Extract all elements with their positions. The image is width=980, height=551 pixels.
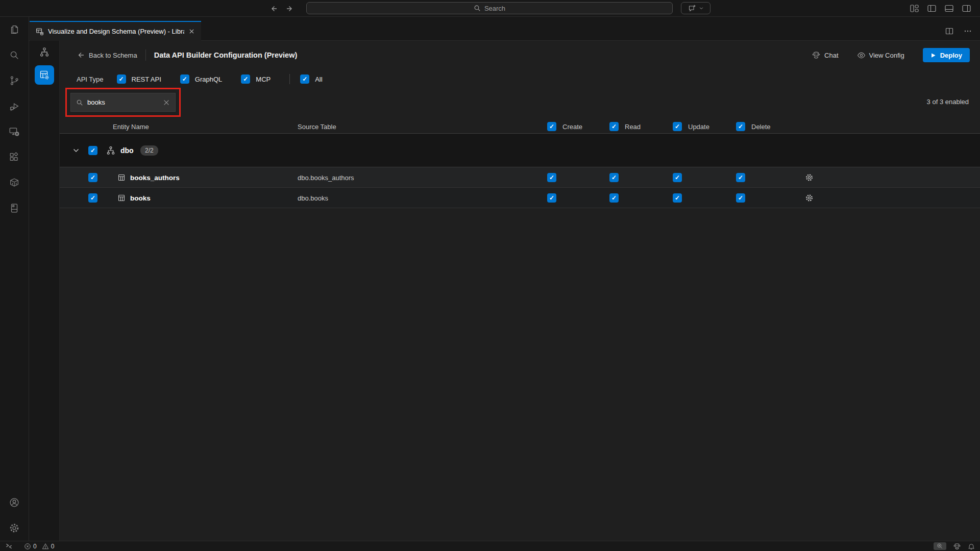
col-create: Create bbox=[562, 123, 582, 131]
editor-tab-strip: Visualize and Design Schema (Preview) - … bbox=[29, 17, 980, 41]
forward-arrow-icon[interactable] bbox=[286, 5, 294, 13]
chat-label: Chat bbox=[824, 52, 838, 59]
toggle-panel-icon[interactable] bbox=[945, 5, 953, 12]
copilot-icon bbox=[812, 51, 821, 60]
back-arrow-icon[interactable] bbox=[270, 5, 278, 13]
col-delete: Delete bbox=[751, 123, 771, 131]
delete-checkbox[interactable] bbox=[736, 193, 745, 203]
split-editor-icon[interactable] bbox=[945, 27, 953, 35]
col-source-table: Source Table bbox=[298, 123, 336, 131]
graphql-label: GraphQL bbox=[195, 76, 222, 83]
database-icon[interactable] bbox=[0, 195, 29, 221]
notifications-bell-icon[interactable] bbox=[968, 543, 975, 550]
mcp-checkbox[interactable] bbox=[241, 74, 250, 84]
row-checkbox[interactable] bbox=[88, 173, 97, 182]
entities-table: Entity Name Source Table Create Read Upd… bbox=[60, 120, 980, 208]
enabled-summary: 3 of 3 enabled bbox=[927, 98, 969, 106]
update-all-checkbox[interactable] bbox=[673, 122, 682, 131]
command-center-search[interactable]: Search bbox=[306, 2, 673, 14]
chat-button[interactable]: Chat bbox=[812, 51, 838, 60]
col-update: Update bbox=[688, 123, 709, 131]
delete-checkbox[interactable] bbox=[736, 173, 745, 182]
update-checkbox[interactable] bbox=[673, 173, 682, 182]
warning-count: 0 bbox=[51, 543, 55, 550]
collapse-chevron-icon[interactable] bbox=[72, 146, 80, 155]
search-zone: 3 of 3 enabled bbox=[60, 89, 980, 120]
source-control-icon[interactable] bbox=[0, 68, 29, 93]
remote-indicator-icon[interactable] bbox=[5, 542, 13, 550]
filter-graphql[interactable]: GraphQL bbox=[180, 74, 222, 84]
schema-view-button[interactable] bbox=[29, 41, 60, 63]
tab-visualize-design-schema[interactable]: Visualize and Design Schema (Preview) - … bbox=[30, 21, 201, 41]
error-count: 0 bbox=[33, 543, 37, 550]
close-icon[interactable] bbox=[188, 28, 195, 35]
problems-indicator[interactable]: 0 0 bbox=[24, 543, 54, 550]
create-checkbox[interactable] bbox=[547, 173, 556, 182]
explorer-icon[interactable] bbox=[0, 17, 29, 42]
toggle-secondary-sidebar-icon[interactable] bbox=[962, 5, 971, 12]
filter-rest-api[interactable]: REST API bbox=[117, 74, 161, 84]
dab-config-view-button[interactable] bbox=[35, 65, 54, 85]
view-config-button[interactable]: View Config bbox=[857, 51, 904, 60]
back-to-schema-button[interactable]: Back to Schema bbox=[77, 51, 137, 59]
all-checkbox[interactable] bbox=[300, 74, 309, 84]
search-view-icon[interactable] bbox=[0, 42, 29, 68]
create-checkbox[interactable] bbox=[547, 193, 556, 203]
row-settings-gear-icon[interactable] bbox=[805, 193, 814, 202]
zoom-in-icon bbox=[937, 543, 943, 549]
read-checkbox[interactable] bbox=[609, 193, 619, 203]
eye-icon bbox=[857, 51, 866, 60]
copilot-status-icon[interactable] bbox=[953, 542, 961, 550]
entity-search-box bbox=[70, 93, 176, 112]
entity-filter-input[interactable] bbox=[87, 98, 159, 106]
run-debug-icon[interactable] bbox=[0, 93, 29, 119]
table-icon bbox=[117, 194, 126, 202]
error-icon bbox=[24, 543, 31, 550]
view-config-label: View Config bbox=[869, 52, 904, 59]
view-switcher bbox=[29, 41, 60, 541]
update-checkbox[interactable] bbox=[673, 193, 682, 203]
row-settings-gear-icon[interactable] bbox=[805, 173, 814, 182]
clear-icon[interactable] bbox=[163, 99, 170, 106]
toggle-primary-sidebar-icon[interactable] bbox=[927, 5, 936, 12]
entity-name: books_authors bbox=[130, 173, 180, 181]
read-all-checkbox[interactable] bbox=[609, 122, 619, 131]
row-checkbox[interactable] bbox=[88, 193, 97, 203]
entity-name: books bbox=[130, 194, 151, 202]
schema-icon bbox=[106, 146, 115, 155]
arrow-left-icon bbox=[77, 51, 85, 59]
divider bbox=[289, 74, 290, 84]
rest-api-label: REST API bbox=[132, 76, 161, 83]
status-bar: 0 0 bbox=[0, 541, 980, 551]
customize-layout-icon[interactable] bbox=[910, 5, 919, 12]
zoom-indicator[interactable] bbox=[934, 542, 946, 550]
container-icon[interactable] bbox=[0, 170, 29, 195]
filter-all[interactable]: All bbox=[300, 74, 322, 84]
remote-explorer-icon[interactable] bbox=[0, 119, 29, 144]
read-checkbox[interactable] bbox=[609, 173, 619, 182]
play-icon bbox=[930, 53, 936, 58]
filter-mcp[interactable]: MCP bbox=[241, 74, 271, 84]
chat-sparkle-icon bbox=[688, 4, 696, 12]
table-row: books_authors dbo.books_authors bbox=[60, 167, 980, 188]
col-read: Read bbox=[625, 123, 641, 131]
tab-title: Visualize and Design Schema (Preview) - … bbox=[48, 28, 184, 35]
table-icon bbox=[117, 173, 126, 182]
delete-all-checkbox[interactable] bbox=[736, 122, 745, 131]
settings-gear-icon[interactable] bbox=[0, 515, 29, 541]
rest-api-checkbox[interactable] bbox=[117, 74, 126, 84]
accounts-icon[interactable] bbox=[0, 490, 29, 515]
deploy-button[interactable]: Deploy bbox=[923, 48, 970, 62]
group-checkbox[interactable] bbox=[88, 146, 97, 155]
search-icon bbox=[474, 5, 481, 12]
more-actions-icon[interactable] bbox=[964, 27, 972, 35]
copilot-chat-toggle[interactable] bbox=[681, 2, 710, 14]
create-all-checkbox[interactable] bbox=[547, 122, 556, 131]
api-type-filters: API Type REST API GraphQL MCP All bbox=[60, 69, 980, 89]
extensions-icon[interactable] bbox=[0, 144, 29, 170]
deploy-label: Deploy bbox=[940, 52, 962, 59]
graphql-checkbox[interactable] bbox=[180, 74, 189, 84]
layout-controls bbox=[910, 0, 971, 17]
warning-icon bbox=[42, 543, 49, 550]
history-nav bbox=[270, 0, 294, 17]
